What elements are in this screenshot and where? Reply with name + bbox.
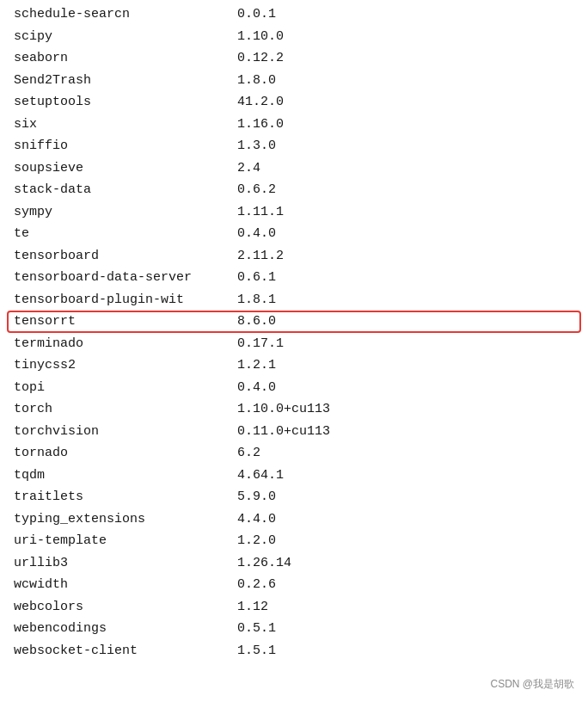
package-version: 0.0.1 xyxy=(237,3,276,26)
package-version: 1.12 xyxy=(237,596,268,619)
package-version: 0.6.2 xyxy=(237,179,276,201)
package-name: urllib3 xyxy=(14,552,237,575)
package-row: six1.16.0 xyxy=(14,114,574,136)
package-row: uri-template1.2.0 xyxy=(14,530,574,552)
package-version: 1.2.1 xyxy=(237,354,276,377)
package-version: 0.6.1 xyxy=(237,267,276,289)
package-row: urllib31.26.14 xyxy=(14,552,574,575)
package-row: setuptools41.2.0 xyxy=(14,91,574,114)
package-row: topi0.4.0 xyxy=(14,377,574,399)
package-version: 0.11.0+cu113 xyxy=(237,421,330,443)
package-name: soupsieve xyxy=(14,157,237,180)
package-name: seaborn xyxy=(14,47,237,70)
package-name: topi xyxy=(14,377,237,399)
package-version: 41.2.0 xyxy=(237,91,284,114)
package-name: tornado xyxy=(14,442,237,465)
package-row: tensorrt8.6.0 xyxy=(14,311,574,333)
package-row: torch1.10.0+cu113 xyxy=(14,398,574,421)
package-version: 1.26.14 xyxy=(237,552,291,575)
package-row: te0.4.0 xyxy=(14,223,574,245)
package-row: stack-data0.6.2 xyxy=(14,179,574,201)
package-name: Send2Trash xyxy=(14,70,237,92)
package-name: tinycss2 xyxy=(14,354,237,377)
package-row: seaborn0.12.2 xyxy=(14,47,574,70)
package-row: terminado0.17.1 xyxy=(14,333,574,355)
package-row: tqdm4.64.1 xyxy=(14,465,574,487)
package-version: 1.8.0 xyxy=(237,70,276,92)
package-name: setuptools xyxy=(14,91,237,114)
package-version: 0.4.0 xyxy=(237,223,276,245)
package-name: stack-data xyxy=(14,179,237,201)
package-name: tensorboard-plugin-wit xyxy=(14,289,237,311)
package-version: 8.6.0 xyxy=(237,311,276,333)
package-row: sniffio1.3.0 xyxy=(14,135,574,157)
package-version: 0.2.6 xyxy=(237,574,276,596)
package-row: sympy1.11.1 xyxy=(14,201,574,224)
package-version: 0.4.0 xyxy=(237,377,276,399)
package-name: tensorboard xyxy=(14,245,237,268)
package-row: torchvision0.11.0+cu113 xyxy=(14,421,574,443)
package-version: 4.64.1 xyxy=(237,465,284,487)
package-name: webencodings xyxy=(14,618,237,640)
package-name: tensorrt xyxy=(14,311,237,333)
package-row: tensorboard-data-server0.6.1 xyxy=(14,267,574,289)
package-name: sympy xyxy=(14,201,237,224)
package-name: typing_extensions xyxy=(14,508,237,531)
package-row: schedule-searcn0.0.1 xyxy=(14,3,574,26)
package-version: 1.5.1 xyxy=(237,640,276,662)
package-version: 0.5.1 xyxy=(237,618,276,640)
package-version: 5.9.0 xyxy=(237,486,276,508)
package-row: Send2Trash1.8.0 xyxy=(14,70,574,92)
package-version: 1.10.0+cu113 xyxy=(237,398,330,421)
package-version: 1.10.0 xyxy=(237,26,284,48)
package-name: sniffio xyxy=(14,135,237,157)
package-name: websocket-client xyxy=(14,640,237,662)
package-list: schedule-searcn0.0.1scipy1.10.0seaborn0.… xyxy=(0,0,588,665)
package-version: 0.17.1 xyxy=(237,333,284,355)
package-row: soupsieve2.4 xyxy=(14,157,574,180)
package-version: 4.4.0 xyxy=(237,508,276,531)
package-name: uri-template xyxy=(14,530,237,552)
package-name: traitlets xyxy=(14,486,237,508)
package-name: terminado xyxy=(14,333,237,355)
package-row: tornado6.2 xyxy=(14,442,574,465)
package-name: wcwidth xyxy=(14,574,237,596)
package-name: tqdm xyxy=(14,465,237,487)
package-name: torch xyxy=(14,398,237,421)
package-version: 1.3.0 xyxy=(237,135,276,157)
package-version: 1.8.1 xyxy=(237,289,276,311)
package-version: 2.11.2 xyxy=(237,245,284,268)
package-row: scipy1.10.0 xyxy=(14,26,574,48)
package-row: typing_extensions4.4.0 xyxy=(14,508,574,531)
package-name: webcolors xyxy=(14,596,237,619)
package-name: six xyxy=(14,114,237,136)
package-name: tensorboard-data-server xyxy=(14,267,237,289)
package-row: webencodings0.5.1 xyxy=(14,618,574,640)
package-version: 1.16.0 xyxy=(237,114,284,136)
package-row: traitlets5.9.0 xyxy=(14,486,574,508)
package-row: wcwidth0.2.6 xyxy=(14,574,574,596)
package-version: 0.12.2 xyxy=(237,47,284,70)
package-row: webcolors1.12 xyxy=(14,596,574,619)
package-version: 6.2 xyxy=(237,442,260,465)
package-name: scipy xyxy=(14,26,237,48)
package-name: torchvision xyxy=(14,421,237,443)
package-row: tinycss21.2.1 xyxy=(14,354,574,377)
package-version: 1.11.1 xyxy=(237,201,284,224)
package-name: te xyxy=(14,223,237,245)
package-name: schedule-searcn xyxy=(14,3,237,26)
package-version: 1.2.0 xyxy=(237,530,276,552)
package-row: websocket-client1.5.1 xyxy=(14,640,574,662)
package-version: 2.4 xyxy=(237,157,260,180)
package-row: tensorboard-plugin-wit1.8.1 xyxy=(14,289,574,311)
package-row: tensorboard2.11.2 xyxy=(14,245,574,268)
watermark: CSDN @我是胡歌 xyxy=(490,677,574,692)
